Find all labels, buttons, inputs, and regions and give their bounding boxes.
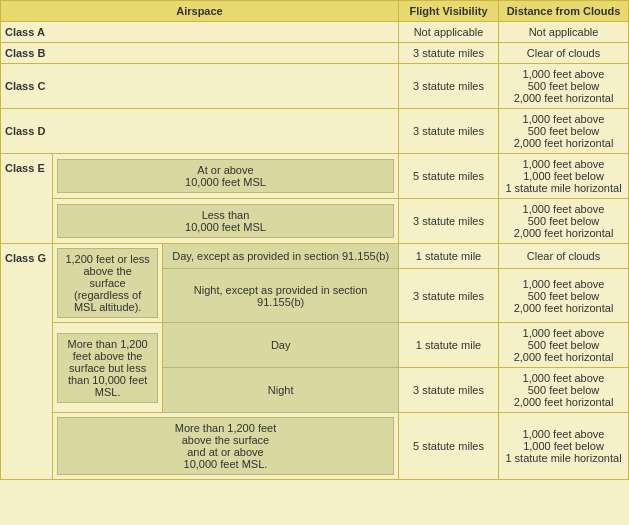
class-d-clouds: 1,000 feet above500 feet below2,000 feet…: [499, 109, 629, 154]
class-b-label: Class B: [1, 43, 399, 64]
class-g-sub5-clouds: 1,000 feet above1,000 feet below1 statut…: [499, 413, 629, 480]
class-a-clouds: Not applicable: [499, 22, 629, 43]
class-g-sub3-daynight: Day: [163, 323, 399, 368]
table-row: Class A Not applicable Not applicable: [1, 22, 629, 43]
class-g-sub2-daynight: Night, except as provided in section 91.…: [163, 269, 399, 323]
class-g-label: Class G: [1, 244, 53, 480]
class-a-visibility: Not applicable: [399, 22, 499, 43]
class-b-visibility: 3 statute miles: [399, 43, 499, 64]
class-g-sub4-daynight: Night: [163, 368, 399, 413]
class-c-label: Class C: [1, 64, 399, 109]
class-d-label: Class D: [1, 109, 399, 154]
class-e-sub1-airspace: At or above10,000 feet MSL: [52, 154, 398, 199]
class-g-sub3-clouds: 1,000 feet above500 feet below2,000 feet…: [499, 323, 629, 368]
table-row: Class C 3 statute miles 1,000 feet above…: [1, 64, 629, 109]
clouds-header: Distance from Clouds: [499, 1, 629, 22]
table-row: More than 1,200 feetabove the surfaceand…: [1, 413, 629, 480]
class-g-sub4-clouds: 1,000 feet above500 feet below2,000 feet…: [499, 368, 629, 413]
class-g-sub3-visibility: 1 statute mile: [399, 323, 499, 368]
class-e-sub2-airspace: Less than10,000 feet MSL: [52, 199, 398, 244]
table-row: Class B 3 statute miles Clear of clouds: [1, 43, 629, 64]
class-b-clouds: Clear of clouds: [499, 43, 629, 64]
table-row: More than 1,200feet above thesurface but…: [1, 323, 629, 368]
class-g-sub1-clouds: Clear of clouds: [499, 244, 629, 269]
class-g-box2: More than 1,200feet above thesurface but…: [52, 323, 162, 413]
table-row: Class D 3 statute miles 1,000 feet above…: [1, 109, 629, 154]
class-g-sub1-visibility: 1 statute mile: [399, 244, 499, 269]
class-c-clouds: 1,000 feet above500 feet below2,000 feet…: [499, 64, 629, 109]
class-g-sub2-visibility: 3 statute miles: [399, 269, 499, 323]
class-e-sub1-clouds: 1,000 feet above1,000 feet below1 statut…: [499, 154, 629, 199]
table-row: Class E At or above10,000 feet MSL 5 sta…: [1, 154, 629, 199]
class-c-visibility: 3 statute miles: [399, 64, 499, 109]
class-g-sub4-visibility: 3 statute miles: [399, 368, 499, 413]
airspace-header: Airspace: [1, 1, 399, 22]
class-g-sub2-clouds: 1,000 feet above500 feet below2,000 feet…: [499, 269, 629, 323]
table-row: Class G 1,200 feet or lessabove the surf…: [1, 244, 629, 269]
class-g-box1: 1,200 feet or lessabove the surface(rega…: [52, 244, 162, 323]
class-e-sub2-clouds: 1,000 feet above500 feet below2,000 feet…: [499, 199, 629, 244]
class-a-label: Class A: [1, 22, 399, 43]
visibility-header: Flight Visibility: [399, 1, 499, 22]
class-e-sub2-visibility: 3 statute miles: [399, 199, 499, 244]
class-g-sub1-daynight: Day, except as provided in section 91.15…: [163, 244, 399, 269]
class-e-sub1-visibility: 5 statute miles: [399, 154, 499, 199]
table-row: Less than10,000 feet MSL 3 statute miles…: [1, 199, 629, 244]
class-e-label: Class E: [1, 154, 53, 244]
class-g-box3: More than 1,200 feetabove the surfaceand…: [52, 413, 398, 480]
class-g-sub5-visibility: 5 statute miles: [399, 413, 499, 480]
class-d-visibility: 3 statute miles: [399, 109, 499, 154]
